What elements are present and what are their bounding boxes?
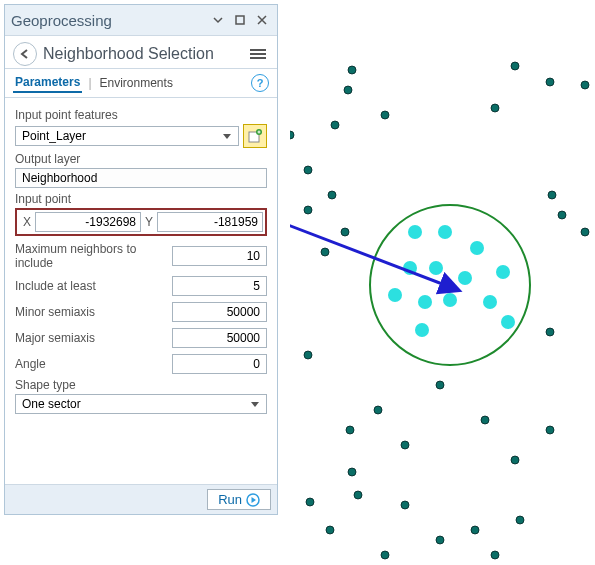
back-button[interactable] xyxy=(13,42,37,66)
svg-point-5 xyxy=(408,225,422,239)
output-layer-label: Output layer xyxy=(15,152,267,166)
svg-point-45 xyxy=(354,491,362,499)
svg-point-48 xyxy=(471,526,479,534)
svg-point-14 xyxy=(443,293,457,307)
svg-point-25 xyxy=(331,121,339,129)
svg-point-7 xyxy=(470,241,484,255)
svg-point-21 xyxy=(511,62,519,70)
svg-point-29 xyxy=(304,206,312,214)
panel-footer: Run xyxy=(5,484,277,514)
y-label: Y xyxy=(141,215,157,229)
input-features-value[interactable] xyxy=(20,128,219,144)
svg-point-22 xyxy=(546,78,554,86)
svg-point-46 xyxy=(401,501,409,509)
minor-semiaxis-label: Minor semiaxis xyxy=(15,305,166,319)
svg-point-32 xyxy=(548,191,556,199)
svg-rect-0 xyxy=(236,16,244,24)
svg-point-42 xyxy=(511,456,519,464)
svg-point-37 xyxy=(436,381,444,389)
tool-name: Neighborhood Selection xyxy=(43,45,214,63)
svg-point-27 xyxy=(304,166,312,174)
svg-point-50 xyxy=(326,526,334,534)
svg-point-41 xyxy=(481,416,489,424)
svg-point-35 xyxy=(546,328,554,336)
run-label: Run xyxy=(218,492,242,507)
svg-point-18 xyxy=(348,66,356,74)
svg-point-34 xyxy=(581,228,589,236)
svg-point-49 xyxy=(516,516,524,524)
svg-point-23 xyxy=(491,104,499,112)
include-at-least-label: Include at least xyxy=(15,279,166,293)
input-features-dropdown[interactable] xyxy=(15,126,239,146)
x-label: X xyxy=(19,215,35,229)
major-semiaxis-label: Major semiaxis xyxy=(15,331,166,345)
svg-point-44 xyxy=(306,498,314,506)
menu-icon[interactable] xyxy=(247,43,269,65)
maximize-icon[interactable] xyxy=(231,11,249,29)
output-layer-value[interactable] xyxy=(20,170,262,186)
x-input[interactable] xyxy=(36,214,140,230)
panel-header: Geoprocessing xyxy=(5,5,277,36)
svg-point-26 xyxy=(290,131,294,139)
input-point-xy: X Y xyxy=(15,208,267,236)
tab-separator: | xyxy=(88,76,91,90)
svg-point-11 xyxy=(496,265,510,279)
svg-point-17 xyxy=(501,315,515,329)
input-point-label: Input point xyxy=(15,192,267,206)
svg-point-47 xyxy=(436,536,444,544)
angle-label: Angle xyxy=(15,357,166,371)
help-icon[interactable]: ? xyxy=(251,74,269,92)
max-neighbors-input[interactable] xyxy=(177,248,262,264)
major-semiaxis-input[interactable] xyxy=(177,330,262,346)
y-input[interactable] xyxy=(158,214,262,230)
shape-type-dropdown[interactable] xyxy=(15,394,267,414)
svg-point-24 xyxy=(581,81,589,89)
run-button[interactable]: Run xyxy=(207,489,271,510)
tabs: Parameters | Environments ? xyxy=(5,69,277,98)
svg-point-51 xyxy=(381,551,389,559)
tab-environments[interactable]: Environments xyxy=(98,74,175,92)
tab-parameters[interactable]: Parameters xyxy=(13,73,82,93)
dropdown-icon[interactable] xyxy=(209,11,227,29)
svg-point-20 xyxy=(381,111,389,119)
svg-point-54 xyxy=(546,426,554,434)
svg-point-31 xyxy=(321,248,329,256)
panel-title: Geoprocessing xyxy=(11,12,112,29)
angle-input[interactable] xyxy=(177,356,262,372)
svg-point-10 xyxy=(458,271,472,285)
svg-point-12 xyxy=(388,288,402,302)
svg-point-33 xyxy=(558,211,566,219)
svg-point-19 xyxy=(344,86,352,94)
svg-line-55 xyxy=(290,225,458,290)
max-neighbors-label: Maximum neighbors to include xyxy=(15,242,166,270)
svg-point-30 xyxy=(341,228,349,236)
svg-point-39 xyxy=(346,426,354,434)
close-icon[interactable] xyxy=(253,11,271,29)
svg-point-28 xyxy=(328,191,336,199)
output-layer-field[interactable] xyxy=(15,168,267,188)
svg-point-53 xyxy=(304,351,312,359)
svg-point-52 xyxy=(491,551,499,559)
tool-title-bar: Neighborhood Selection xyxy=(5,36,277,69)
svg-point-9 xyxy=(429,261,443,275)
svg-point-43 xyxy=(348,468,356,476)
parameters-form: Input point features Output layer Input … xyxy=(5,98,277,424)
svg-point-40 xyxy=(401,441,409,449)
svg-point-16 xyxy=(415,323,429,337)
svg-point-13 xyxy=(418,295,432,309)
shape-type-label: Shape type xyxy=(15,378,267,392)
include-at-least-input[interactable] xyxy=(177,278,262,294)
minor-semiaxis-input[interactable] xyxy=(177,304,262,320)
input-features-label: Input point features xyxy=(15,108,267,122)
svg-point-6 xyxy=(438,225,452,239)
map-preview xyxy=(290,0,595,565)
chevron-down-icon[interactable] xyxy=(247,402,262,407)
geoprocessing-panel: Geoprocessing Neighborhood Selection Par… xyxy=(4,4,278,515)
svg-point-38 xyxy=(374,406,382,414)
shape-type-value[interactable] xyxy=(20,396,247,412)
svg-point-15 xyxy=(483,295,497,309)
add-layer-button[interactable] xyxy=(243,124,267,148)
chevron-down-icon[interactable] xyxy=(219,134,234,139)
